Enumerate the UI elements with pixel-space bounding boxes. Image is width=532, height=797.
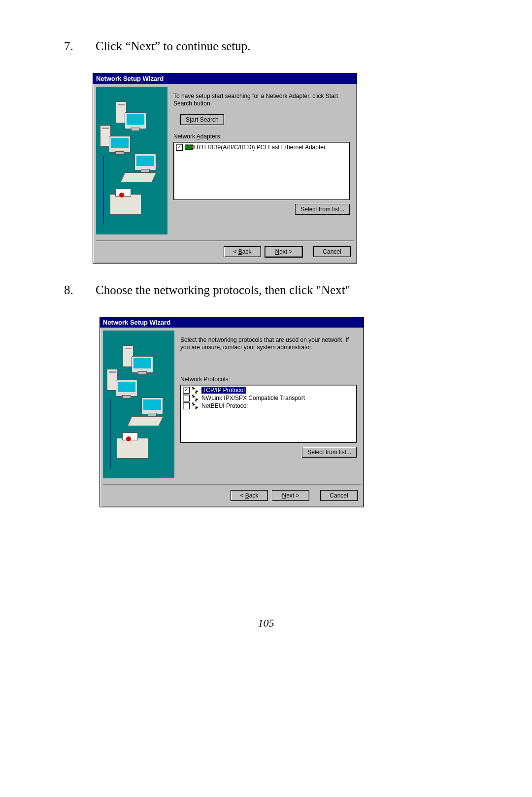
instruction-step: 7. Click “Next” to continue setup. — [64, 39, 468, 53]
cancel-button[interactable]: Cancel — [313, 246, 351, 257]
screenshot-2: Network Setup Wizard Select the networki… — [100, 317, 468, 507]
svg-point-9 — [195, 407, 197, 409]
page-number: 105 — [0, 617, 532, 630]
network-card-icon — [185, 144, 195, 151]
step-text: Choose the networking protocols, then cl… — [96, 283, 468, 297]
svg-point-6 — [192, 395, 194, 396]
next-button[interactable]: Next > — [272, 490, 309, 501]
instruction-list: 7. Click “Next” to continue setup. — [64, 39, 468, 53]
network-setup-wizard-dialog: Network Setup Wizard To have setup start… — [93, 73, 357, 264]
dialog-title: Network Setup Wizard — [93, 73, 357, 84]
wizard-sidebar-graphic — [103, 331, 174, 478]
svg-rect-1 — [186, 146, 187, 147]
svg-rect-3 — [192, 146, 195, 148]
protocol-icon — [192, 387, 200, 394]
checkbox-icon[interactable] — [183, 395, 190, 401]
svg-point-5 — [195, 392, 197, 393]
checkbox-icon[interactable] — [183, 387, 190, 394]
svg-point-8 — [192, 402, 194, 404]
network-protocols-listbox[interactable]: TCP/IP Protocol NWLink I — [180, 385, 357, 443]
protocol-name: NetBEUI Protocol — [201, 402, 248, 409]
svg-rect-2 — [188, 146, 189, 147]
protocol-icon — [192, 395, 200, 401]
dialog-intro-text: Select the networking protocols that are… — [180, 336, 357, 351]
instruction-step: 8. Choose the networking protocols, then… — [64, 283, 468, 297]
network-protocols-label: Network Protocols: — [180, 376, 357, 383]
checkbox-icon[interactable] — [183, 402, 190, 409]
select-from-list-button[interactable]: Select from list... — [295, 204, 350, 215]
back-button[interactable]: < Back — [231, 490, 268, 501]
start-search-button[interactable]: Start Search — [180, 114, 224, 125]
dialog-footer: < Back Next > Cancel — [93, 241, 357, 263]
list-item[interactable]: NWLink IPX/SPX Compatible Transport — [182, 394, 355, 402]
network-adapters-listbox[interactable]: RTL8139(A/B/C/8130) PCI Fast Ethernet Ad… — [173, 142, 350, 200]
select-from-list-button[interactable]: Select from list... — [302, 447, 357, 458]
protocol-name: TCP/IP Protocol — [201, 387, 246, 394]
dialog-title: Network Setup Wizard — [100, 317, 364, 328]
svg-point-4 — [192, 387, 194, 388]
step-number: 8. — [64, 283, 96, 297]
list-item[interactable]: TCP/IP Protocol — [182, 386, 355, 394]
screenshot-1: Network Setup Wizard To have setup start… — [93, 73, 468, 264]
step-number: 7. — [64, 39, 96, 53]
instruction-list: 8. Choose the networking protocols, then… — [64, 283, 468, 297]
network-setup-wizard-dialog: Network Setup Wizard Select the networki… — [100, 317, 364, 507]
dialog-footer: < Back Next > Cancel — [100, 485, 364, 507]
svg-point-7 — [195, 399, 197, 401]
cancel-button[interactable]: Cancel — [320, 490, 358, 501]
protocol-icon — [192, 402, 200, 409]
adapter-name: RTL8139(A/B/C/8130) PCI Fast Ethernet Ad… — [197, 144, 326, 151]
wizard-sidebar-graphic — [96, 87, 167, 234]
back-button[interactable]: < Back — [224, 246, 261, 257]
network-adapters-label: Network Adapters: — [173, 133, 350, 140]
step-text: Click “Next” to continue setup. — [96, 39, 468, 53]
checkbox-icon[interactable] — [176, 144, 183, 151]
next-button[interactable]: Next > — [265, 246, 302, 257]
protocol-name: NWLink IPX/SPX Compatible Transport — [201, 395, 305, 401]
list-item[interactable]: RTL8139(A/B/C/8130) PCI Fast Ethernet Ad… — [175, 143, 348, 151]
document-page: 7. Click “Next” to continue setup. Netwo… — [0, 0, 532, 797]
dialog-intro-text: To have setup start searching for a Netw… — [173, 93, 350, 107]
list-item[interactable]: NetBEUI Protocol — [182, 402, 355, 410]
